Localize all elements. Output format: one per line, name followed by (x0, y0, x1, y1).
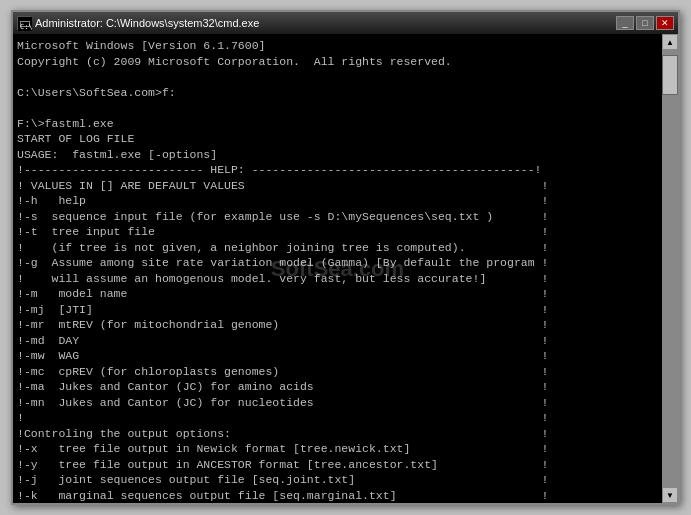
content-area: Microsoft Windows [Version 6.1.7600] Cop… (13, 34, 678, 503)
window-icon: C:\ (17, 16, 31, 30)
minimize-button[interactable]: _ (616, 16, 634, 30)
scroll-down-button[interactable]: ▼ (662, 487, 678, 503)
close-button[interactable]: ✕ (656, 16, 674, 30)
scroll-thumb[interactable] (662, 55, 678, 95)
title-bar: C:\ Administrator: C:\Windows\system32\c… (13, 12, 678, 34)
window-controls: _ □ ✕ (616, 16, 674, 30)
terminal-wrapper: Microsoft Windows [Version 6.1.7600] Cop… (13, 34, 662, 503)
svg-text:C:\: C:\ (20, 23, 32, 31)
terminal-output[interactable]: Microsoft Windows [Version 6.1.7600] Cop… (13, 34, 662, 503)
maximize-button[interactable]: □ (636, 16, 654, 30)
scroll-track[interactable] (662, 50, 678, 487)
scroll-up-button[interactable]: ▲ (662, 34, 678, 50)
cmd-window: C:\ Administrator: C:\Windows\system32\c… (11, 10, 680, 505)
scrollbar[interactable]: ▲ ▼ (662, 34, 678, 503)
window-title: Administrator: C:\Windows\system32\cmd.e… (35, 17, 612, 29)
